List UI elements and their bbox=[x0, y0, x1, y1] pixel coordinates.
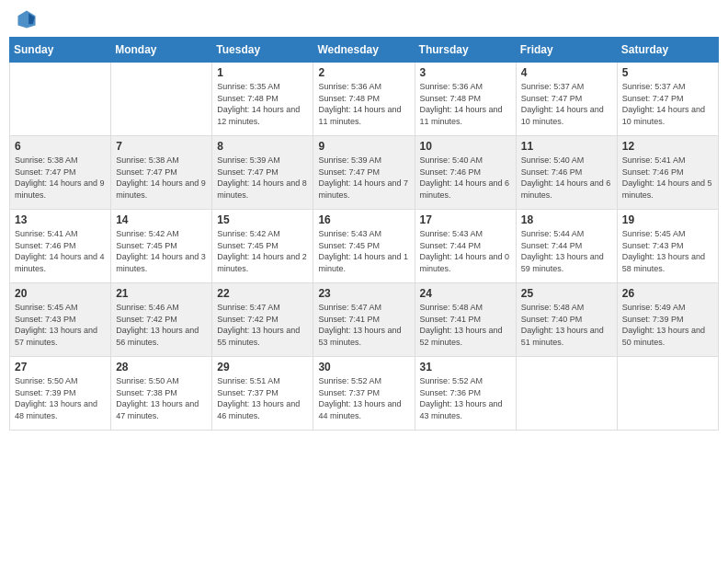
day-number: 20 bbox=[15, 287, 106, 300]
day-number: 25 bbox=[521, 287, 612, 300]
calendar-cell: 11Sunrise: 5:40 AM Sunset: 7:46 PM Dayli… bbox=[516, 136, 617, 210]
day-info: Sunrise: 5:41 AM Sunset: 7:46 PM Dayligh… bbox=[622, 155, 713, 201]
calendar-cell: 27Sunrise: 5:50 AM Sunset: 7:39 PM Dayli… bbox=[10, 357, 111, 431]
day-number: 2 bbox=[318, 66, 409, 79]
calendar-cell: 15Sunrise: 5:42 AM Sunset: 7:45 PM Dayli… bbox=[212, 210, 313, 283]
day-info: Sunrise: 5:45 AM Sunset: 7:43 PM Dayligh… bbox=[622, 228, 713, 274]
day-number: 7 bbox=[116, 140, 207, 153]
header-saturday: Saturday bbox=[617, 38, 718, 63]
calendar-week-2: 13Sunrise: 5:41 AM Sunset: 7:46 PM Dayli… bbox=[10, 210, 719, 283]
calendar-cell: 6Sunrise: 5:38 AM Sunset: 7:47 PM Daylig… bbox=[10, 136, 111, 210]
calendar-cell: 7Sunrise: 5:38 AM Sunset: 7:47 PM Daylig… bbox=[111, 136, 212, 210]
calendar-cell: 30Sunrise: 5:52 AM Sunset: 7:37 PM Dayli… bbox=[313, 357, 415, 431]
day-number: 1 bbox=[217, 66, 308, 79]
day-number: 26 bbox=[622, 287, 713, 300]
day-number: 16 bbox=[318, 213, 409, 226]
day-number: 12 bbox=[622, 140, 713, 153]
calendar-cell: 1Sunrise: 5:35 AM Sunset: 7:48 PM Daylig… bbox=[212, 63, 313, 136]
day-info: Sunrise: 5:47 AM Sunset: 7:41 PM Dayligh… bbox=[318, 302, 409, 348]
day-info: Sunrise: 5:42 AM Sunset: 7:45 PM Dayligh… bbox=[116, 228, 207, 274]
calendar-cell: 12Sunrise: 5:41 AM Sunset: 7:46 PM Dayli… bbox=[617, 136, 718, 210]
day-number: 29 bbox=[217, 361, 308, 373]
calendar-cell: 3Sunrise: 5:36 AM Sunset: 7:48 PM Daylig… bbox=[415, 63, 516, 136]
calendar-cell: 24Sunrise: 5:48 AM Sunset: 7:41 PM Dayli… bbox=[415, 283, 516, 357]
calendar-cell bbox=[111, 63, 212, 136]
day-info: Sunrise: 5:45 AM Sunset: 7:43 PM Dayligh… bbox=[15, 302, 106, 348]
calendar-cell bbox=[516, 357, 617, 431]
day-number: 19 bbox=[622, 213, 713, 226]
calendar-cell: 18Sunrise: 5:44 AM Sunset: 7:44 PM Dayli… bbox=[516, 210, 617, 283]
header-sunday: Sunday bbox=[10, 38, 111, 63]
day-number: 8 bbox=[217, 140, 308, 153]
calendar-cell bbox=[10, 63, 111, 136]
calendar-week-1: 6Sunrise: 5:38 AM Sunset: 7:47 PM Daylig… bbox=[10, 136, 719, 210]
day-info: Sunrise: 5:48 AM Sunset: 7:41 PM Dayligh… bbox=[420, 302, 511, 348]
header-wednesday: Wednesday bbox=[313, 38, 415, 63]
day-number: 22 bbox=[217, 287, 308, 300]
day-info: Sunrise: 5:37 AM Sunset: 7:47 PM Dayligh… bbox=[622, 81, 713, 127]
day-info: Sunrise: 5:41 AM Sunset: 7:46 PM Dayligh… bbox=[15, 228, 106, 274]
page-header bbox=[9, 9, 719, 29]
day-info: Sunrise: 5:48 AM Sunset: 7:40 PM Dayligh… bbox=[521, 302, 612, 348]
day-number: 13 bbox=[15, 213, 106, 226]
calendar-cell: 31Sunrise: 5:52 AM Sunset: 7:36 PM Dayli… bbox=[415, 357, 516, 431]
day-number: 10 bbox=[420, 140, 511, 153]
day-info: Sunrise: 5:50 AM Sunset: 7:39 PM Dayligh… bbox=[15, 375, 106, 421]
day-info: Sunrise: 5:36 AM Sunset: 7:48 PM Dayligh… bbox=[420, 81, 511, 127]
header-tuesday: Tuesday bbox=[212, 38, 313, 63]
calendar-cell: 14Sunrise: 5:42 AM Sunset: 7:45 PM Dayli… bbox=[111, 210, 212, 283]
header-friday: Friday bbox=[516, 38, 617, 63]
day-info: Sunrise: 5:43 AM Sunset: 7:45 PM Dayligh… bbox=[318, 228, 409, 274]
calendar-cell: 16Sunrise: 5:43 AM Sunset: 7:45 PM Dayli… bbox=[313, 210, 415, 283]
calendar-cell: 20Sunrise: 5:45 AM Sunset: 7:43 PM Dayli… bbox=[10, 283, 111, 357]
calendar-week-0: 1Sunrise: 5:35 AM Sunset: 7:48 PM Daylig… bbox=[10, 63, 719, 136]
calendar-week-4: 27Sunrise: 5:50 AM Sunset: 7:39 PM Dayli… bbox=[10, 357, 719, 431]
day-number: 9 bbox=[318, 140, 409, 153]
calendar-cell: 28Sunrise: 5:50 AM Sunset: 7:38 PM Dayli… bbox=[111, 357, 212, 431]
day-info: Sunrise: 5:38 AM Sunset: 7:47 PM Dayligh… bbox=[116, 155, 207, 201]
day-number: 17 bbox=[420, 213, 511, 226]
day-number: 28 bbox=[116, 361, 207, 373]
day-number: 30 bbox=[318, 361, 409, 373]
calendar-cell: 2Sunrise: 5:36 AM Sunset: 7:48 PM Daylig… bbox=[313, 63, 415, 136]
day-number: 31 bbox=[420, 361, 511, 373]
day-number: 27 bbox=[15, 361, 106, 373]
calendar-cell: 26Sunrise: 5:49 AM Sunset: 7:39 PM Dayli… bbox=[617, 283, 718, 357]
day-number: 23 bbox=[318, 287, 409, 300]
day-info: Sunrise: 5:43 AM Sunset: 7:44 PM Dayligh… bbox=[420, 228, 511, 274]
header-thursday: Thursday bbox=[415, 38, 516, 63]
calendar-cell: 22Sunrise: 5:47 AM Sunset: 7:42 PM Dayli… bbox=[212, 283, 313, 357]
calendar-cell: 19Sunrise: 5:45 AM Sunset: 7:43 PM Dayli… bbox=[617, 210, 718, 283]
calendar-cell: 13Sunrise: 5:41 AM Sunset: 7:46 PM Dayli… bbox=[10, 210, 111, 283]
calendar-table: SundayMondayTuesdayWednesdayThursdayFrid… bbox=[9, 37, 719, 431]
calendar-cell: 25Sunrise: 5:48 AM Sunset: 7:40 PM Dayli… bbox=[516, 283, 617, 357]
calendar-cell: 21Sunrise: 5:46 AM Sunset: 7:42 PM Dayli… bbox=[111, 283, 212, 357]
day-info: Sunrise: 5:47 AM Sunset: 7:42 PM Dayligh… bbox=[217, 302, 308, 348]
day-number: 24 bbox=[420, 287, 511, 300]
day-number: 11 bbox=[521, 140, 612, 153]
day-info: Sunrise: 5:39 AM Sunset: 7:47 PM Dayligh… bbox=[217, 155, 308, 201]
calendar-week-3: 20Sunrise: 5:45 AM Sunset: 7:43 PM Dayli… bbox=[10, 283, 719, 357]
day-number: 5 bbox=[622, 66, 713, 79]
day-info: Sunrise: 5:36 AM Sunset: 7:48 PM Dayligh… bbox=[318, 81, 409, 127]
day-info: Sunrise: 5:52 AM Sunset: 7:37 PM Dayligh… bbox=[318, 375, 409, 421]
day-info: Sunrise: 5:49 AM Sunset: 7:39 PM Dayligh… bbox=[622, 302, 713, 348]
day-info: Sunrise: 5:52 AM Sunset: 7:36 PM Dayligh… bbox=[420, 375, 511, 421]
day-number: 15 bbox=[217, 213, 308, 226]
calendar-cell: 5Sunrise: 5:37 AM Sunset: 7:47 PM Daylig… bbox=[617, 63, 718, 136]
day-info: Sunrise: 5:44 AM Sunset: 7:44 PM Dayligh… bbox=[521, 228, 612, 274]
calendar-cell: 23Sunrise: 5:47 AM Sunset: 7:41 PM Dayli… bbox=[313, 283, 415, 357]
day-number: 14 bbox=[116, 213, 207, 226]
day-info: Sunrise: 5:35 AM Sunset: 7:48 PM Dayligh… bbox=[217, 81, 308, 127]
logo-icon bbox=[17, 9, 37, 29]
day-info: Sunrise: 5:46 AM Sunset: 7:42 PM Dayligh… bbox=[116, 302, 207, 348]
day-number: 6 bbox=[15, 140, 106, 153]
day-info: Sunrise: 5:38 AM Sunset: 7:47 PM Dayligh… bbox=[15, 155, 106, 201]
day-number: 18 bbox=[521, 213, 612, 226]
calendar-cell: 10Sunrise: 5:40 AM Sunset: 7:46 PM Dayli… bbox=[415, 136, 516, 210]
day-info: Sunrise: 5:40 AM Sunset: 7:46 PM Dayligh… bbox=[420, 155, 511, 201]
day-info: Sunrise: 5:39 AM Sunset: 7:47 PM Dayligh… bbox=[318, 155, 409, 201]
day-number: 4 bbox=[521, 66, 612, 79]
calendar-cell: 9Sunrise: 5:39 AM Sunset: 7:47 PM Daylig… bbox=[313, 136, 415, 210]
calendar-cell: 4Sunrise: 5:37 AM Sunset: 7:47 PM Daylig… bbox=[516, 63, 617, 136]
